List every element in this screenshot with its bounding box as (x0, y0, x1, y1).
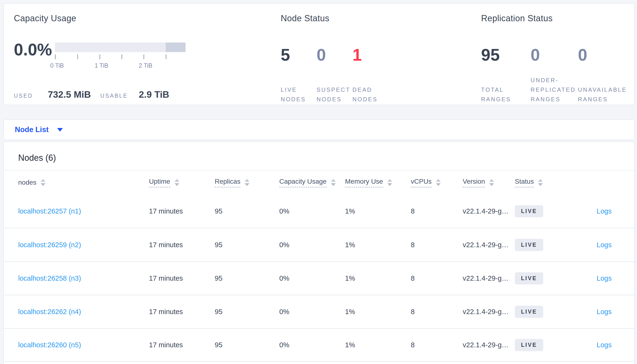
column-header-replicas[interactable]: Replicas (215, 178, 279, 188)
node-link[interactable]: localhost:26262 (n4) (18, 308, 81, 316)
axis-tick (143, 54, 144, 59)
stat-column: 0SUSPECT NODES (316, 37, 353, 104)
cell-vcpus: 8 (411, 241, 463, 249)
stat-label: DEAD NODES (353, 85, 378, 104)
node-link[interactable]: localhost:26260 (n5) (18, 341, 81, 349)
column-header-uptime[interactable]: Uptime (149, 178, 215, 188)
table-header-row: nodesUptimeReplicasCapacity UsageMemory … (4, 170, 634, 194)
cell-logs: Logs (585, 308, 634, 316)
cell-memory: 1% (345, 274, 411, 282)
axis-tick-label: 1 TiB (95, 62, 108, 69)
column-header-capacity[interactable]: Capacity Usage (279, 178, 345, 188)
stat-column: 0UNAVAILABLE RANGES (578, 37, 633, 104)
stat-label: UNAVAILABLE RANGES (578, 85, 627, 104)
cell-replicas: 95 (215, 241, 279, 249)
node-status-title: Node Status (281, 14, 467, 24)
cell-logs: Logs (585, 207, 634, 215)
cell-uptime: 17 minutes (149, 274, 215, 282)
cell-replicas: 95 (215, 207, 279, 215)
column-header-status[interactable]: Status (515, 178, 585, 188)
axis-tick (121, 54, 122, 59)
cell-node: localhost:26258 (n3) (4, 274, 149, 282)
cell-replicas: 95 (215, 308, 279, 316)
column-header-label: Replicas (215, 178, 240, 188)
cell-status: LIVE (515, 339, 585, 351)
cell-version: v22.1.4-29-g… (463, 341, 515, 349)
table-row: localhost:26258 (n3)17 minutes950%1%8v22… (4, 261, 634, 295)
axis-tick (77, 54, 78, 59)
table-row: localhost:26262 (n4)17 minutes950%1%8v22… (4, 295, 634, 328)
column-header-label: nodes (18, 179, 36, 186)
node-list-dropdown-label[interactable]: Node List (15, 126, 49, 134)
column-header-label: Status (515, 178, 534, 188)
cell-status: LIVE (515, 306, 585, 318)
cell-uptime: 17 minutes (149, 341, 215, 349)
stat-label: SUSPECT NODES (316, 85, 350, 104)
used-label: USED (14, 93, 33, 99)
status-badge: LIVE (515, 306, 543, 318)
column-header-memory[interactable]: Memory Use (345, 178, 411, 188)
capacity-bar-used-segment (166, 42, 186, 52)
logs-link[interactable]: Logs (596, 341, 612, 349)
sort-arrows-icon (538, 179, 543, 186)
column-header-vcpus[interactable]: vCPUs (411, 178, 463, 188)
node-status-section: Node Status 5LIVE NODES0SUSPECT NODES1DE… (281, 14, 467, 104)
logs-link[interactable]: Logs (596, 308, 612, 316)
logs-link[interactable]: Logs (596, 207, 612, 215)
cell-node: localhost:26260 (n5) (4, 341, 149, 349)
nodes-section-heading: Nodes (6) (4, 142, 634, 163)
logs-link[interactable]: Logs (596, 241, 612, 249)
sort-arrows-icon (331, 179, 336, 186)
usable-label: USABLE (100, 93, 128, 99)
stat-column: 0UNDER- REPLICATED RANGES (531, 37, 578, 104)
stat-column: 1DEAD NODES (353, 37, 388, 104)
sort-arrows-icon (387, 179, 392, 186)
stat-value: 0 (578, 46, 587, 64)
stat-label: UNDER- REPLICATED RANGES (531, 76, 576, 104)
axis-tick-label: 0 TiB (50, 62, 64, 69)
column-header-label: Capacity Usage (279, 178, 327, 188)
cell-node: localhost:26262 (n4) (4, 308, 149, 316)
cell-status: LIVE (515, 239, 585, 251)
stat-value: 0 (531, 46, 540, 64)
replication-status-section: Replication Status 95TOTAL RANGES0UNDER-… (481, 14, 634, 104)
stat-value: 95 (481, 46, 500, 64)
used-value: 732.5 MiB (48, 89, 91, 100)
column-header-node[interactable]: nodes (4, 179, 149, 186)
column-header-label: Uptime (149, 178, 170, 188)
sort-arrows-icon (41, 179, 46, 186)
cell-vcpus: 8 (411, 341, 463, 349)
status-badge: LIVE (515, 339, 543, 351)
table-body: localhost:26257 (n1)17 minutes950%1%8v22… (4, 194, 634, 362)
cell-node: localhost:26257 (n1) (4, 207, 149, 215)
chevron-down-icon (57, 128, 63, 132)
cell-capacity: 0% (279, 207, 345, 215)
node-link[interactable]: localhost:26257 (n1) (18, 207, 81, 215)
sort-arrows-icon (436, 179, 441, 186)
capacity-axis: 0 TiB1 TiB2 TiB (55, 54, 189, 60)
cell-node: localhost:26259 (n2) (4, 241, 149, 249)
stat-value: 5 (281, 46, 290, 64)
table-row: localhost:26259 (n2)17 minutes950%1%8v22… (4, 228, 634, 261)
capacity-bar-chart (55, 42, 186, 52)
stat-label: TOTAL RANGES (481, 85, 511, 104)
column-header-version[interactable]: Version (463, 178, 515, 188)
column-header-label: Version (463, 178, 485, 188)
axis-tick (55, 54, 56, 59)
cell-uptime: 17 minutes (149, 207, 215, 215)
cell-version: v22.1.4-29-g… (463, 274, 515, 282)
logs-link[interactable]: Logs (596, 274, 612, 282)
cell-capacity: 0% (279, 241, 345, 249)
table-row: localhost:26260 (n5)17 minutes950%1%8v22… (4, 328, 634, 362)
cell-capacity: 0% (279, 341, 345, 349)
cell-status: LIVE (515, 205, 585, 217)
cluster-summary-panel: Capacity Usage 0.0% 0 TiB1 TiB2 TiB USED… (3, 3, 634, 105)
cell-replicas: 95 (215, 341, 279, 349)
node-list-dropdown[interactable]: Node List (4, 120, 634, 140)
node-link[interactable]: localhost:26259 (n2) (18, 241, 81, 249)
cell-memory: 1% (345, 241, 411, 249)
cell-memory: 1% (345, 308, 411, 316)
status-badge: LIVE (515, 239, 543, 251)
cell-version: v22.1.4-29-g… (463, 308, 515, 316)
node-link[interactable]: localhost:26258 (n3) (18, 274, 81, 282)
